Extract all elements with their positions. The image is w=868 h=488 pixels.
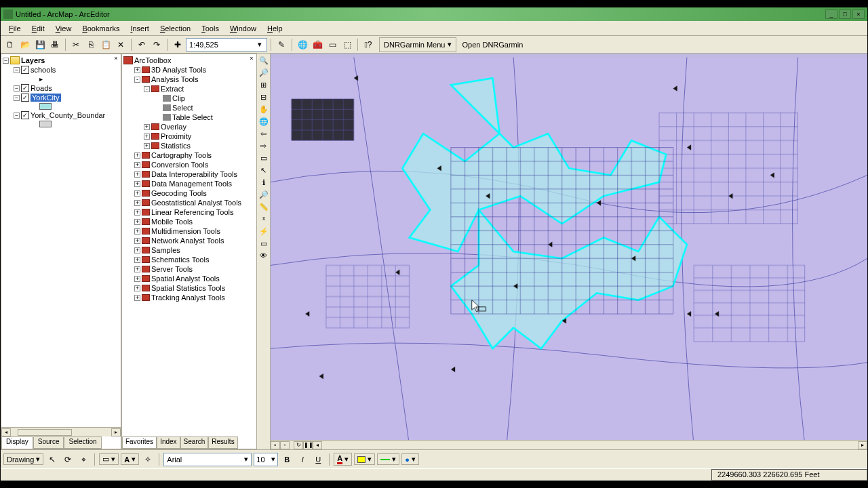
find-icon[interactable]: 🔎 (258, 189, 269, 200)
toolbox-item[interactable]: Spatial Statistics Tools (151, 284, 225, 292)
command-line-button[interactable]: ▭ (326, 38, 339, 52)
expander[interactable]: + (134, 266, 140, 272)
tab-search[interactable]: Search (180, 436, 209, 449)
layer-swatch[interactable] (39, 121, 52, 127)
select-features-icon[interactable]: ▭ (258, 152, 269, 163)
tab-source[interactable]: Source (33, 436, 64, 449)
toolbox-item[interactable]: Network Analyst Tools (151, 237, 224, 245)
menu-edit[interactable]: Edit (28, 23, 49, 34)
toolbox-item[interactable]: Multidimension Tools (151, 227, 220, 235)
zoom-in-icon[interactable]: 🔍 (258, 55, 269, 66)
toolbox-item[interactable]: Spatial Analyst Tools (151, 274, 220, 283)
expander[interactable]: + (134, 295, 140, 301)
map-canvas[interactable]: ▪ ▫ ↻ ❚❚ ◂ ▸ (271, 54, 867, 449)
map-horizontal-scrollbar[interactable] (322, 441, 858, 449)
new-rectangle-button[interactable]: ▭ ▾ (99, 453, 119, 465)
toolbox-item[interactable]: Samples (151, 246, 180, 254)
expander[interactable]: + (134, 276, 140, 282)
expander[interactable]: + (134, 152, 140, 159)
bold-button[interactable]: B (280, 453, 294, 466)
html-popup-icon[interactable]: ▭ (258, 238, 269, 249)
layer-schools[interactable]: schools (31, 66, 56, 74)
expander[interactable]: - (134, 77, 140, 83)
scroll-left-button[interactable]: ◂ (313, 441, 322, 449)
toolbox-item[interactable]: Linear Referencing Tools (151, 208, 233, 216)
toolbox-item[interactable]: Statistics (161, 142, 191, 150)
fixed-zoom-out-icon[interactable]: ⊟ (258, 92, 269, 102)
viewer-icon[interactable]: 👁 (258, 250, 269, 261)
fixed-zoom-in-icon[interactable]: ⊞ (258, 79, 269, 90)
paste-button[interactable]: 📋 (99, 38, 113, 52)
whats-this-button[interactable]: 𖡄? (361, 38, 375, 52)
layer-checkbox[interactable]: ✓ (21, 66, 29, 74)
font-size-input[interactable]: 10 ▾ (254, 453, 278, 466)
expander[interactable]: + (144, 134, 150, 140)
layer-yorkcity[interactable]: YorkCity (31, 94, 61, 102)
toolbox-item[interactable]: Clip (172, 94, 185, 102)
toolbox-close-button[interactable]: × (248, 55, 255, 62)
tab-selection[interactable]: Selection (64, 436, 101, 449)
arccatalog-button[interactable]: 🌐 (296, 38, 309, 52)
expander[interactable]: + (134, 190, 140, 197)
full-extent-icon[interactable]: 🌐 (258, 116, 269, 127)
tab-display[interactable]: Display (1, 436, 33, 449)
rotate-button[interactable]: ⟳ (61, 453, 75, 466)
redo-button[interactable]: ↷ (150, 38, 163, 52)
scroll-right-button[interactable]: ▸ (858, 441, 867, 449)
select-element-icon[interactable]: ↖ (258, 165, 269, 176)
menu-selection[interactable]: Selection (156, 23, 195, 34)
toc-horizontal-scrollbar[interactable]: ◂ ▸ (1, 427, 121, 436)
toolbox-item[interactable]: Server Tools (151, 265, 193, 273)
open-dnrgarmin-link[interactable]: Open DNRGarmin (458, 41, 527, 49)
expander[interactable]: + (134, 162, 140, 168)
toolbox-item[interactable]: Geostatistical Analyst Tools (151, 199, 241, 207)
toc-close-button[interactable]: × (113, 55, 119, 62)
toolbox-item[interactable]: Analysis Tools (151, 75, 199, 83)
delete-button[interactable]: ✕ (114, 38, 127, 52)
expander[interactable]: + (134, 181, 140, 187)
menu-window[interactable]: Window (226, 23, 260, 34)
hyperlink-icon[interactable]: ⚡ (258, 226, 269, 237)
layout-view-button[interactable]: ▫ (280, 441, 290, 449)
toolbox-item[interactable]: Geocoding Tools (151, 189, 207, 197)
new-button[interactable]: 🗋 (3, 38, 17, 52)
toolbox-item[interactable]: Extract (161, 85, 184, 93)
layer-swatch[interactable] (39, 103, 52, 110)
line-color-button[interactable]: ▾ (377, 453, 399, 465)
scroll-left-button[interactable]: ◂ (1, 428, 11, 436)
menu-file[interactable]: File (5, 23, 25, 34)
measure-icon[interactable]: 📏 (258, 201, 269, 212)
expander[interactable]: + (134, 228, 140, 235)
add-data-button[interactable]: ✚ (171, 38, 184, 52)
dnrgarmin-menu[interactable]: DNRGarmin Menu ▾ (379, 37, 456, 52)
toolbox-item[interactable]: Table Select (172, 113, 213, 121)
toolbox-item[interactable]: Conversion Tools (151, 161, 208, 169)
copy-button[interactable]: ⎘ (84, 38, 98, 52)
expander[interactable]: - (144, 86, 150, 92)
maximize-button[interactable]: □ (839, 9, 851, 19)
go-to-xy-icon[interactable]: ᵡ (258, 214, 269, 224)
toolbox-item[interactable]: Cartography Tools (151, 151, 212, 159)
close-button[interactable]: × (852, 9, 865, 19)
menu-bookmarks[interactable]: Bookmarks (78, 23, 123, 34)
scroll-right-button[interactable]: ▸ (111, 428, 121, 436)
minimize-button[interactable]: _ (825, 9, 837, 19)
save-button[interactable]: 💾 (33, 38, 47, 52)
menu-tools[interactable]: Tools (197, 23, 223, 34)
font-name-input[interactable]: Arial ▾ (163, 453, 252, 466)
edit-vertices-button[interactable]: ✧ (141, 453, 155, 466)
expander[interactable]: + (144, 124, 150, 130)
layer-checkbox[interactable]: ✓ (21, 84, 29, 92)
new-text-button[interactable]: A ▾ (121, 453, 139, 465)
identify-icon[interactable]: ℹ (258, 177, 269, 188)
menu-help[interactable]: Help (263, 23, 287, 34)
underline-button[interactable]: U (311, 453, 325, 466)
select-elements-button[interactable]: ↖ (45, 453, 59, 466)
editor-toolbar-button[interactable]: ✎ (275, 38, 288, 52)
toolbox-item[interactable]: Schematics Tools (151, 256, 209, 264)
expander[interactable]: − (14, 67, 20, 73)
layer-roads[interactable]: Roads (31, 84, 52, 92)
tab-index[interactable]: Index (157, 436, 180, 449)
toolbox-item[interactable]: Data Interoperability Tools (151, 170, 237, 178)
expander[interactable]: − (14, 85, 20, 92)
